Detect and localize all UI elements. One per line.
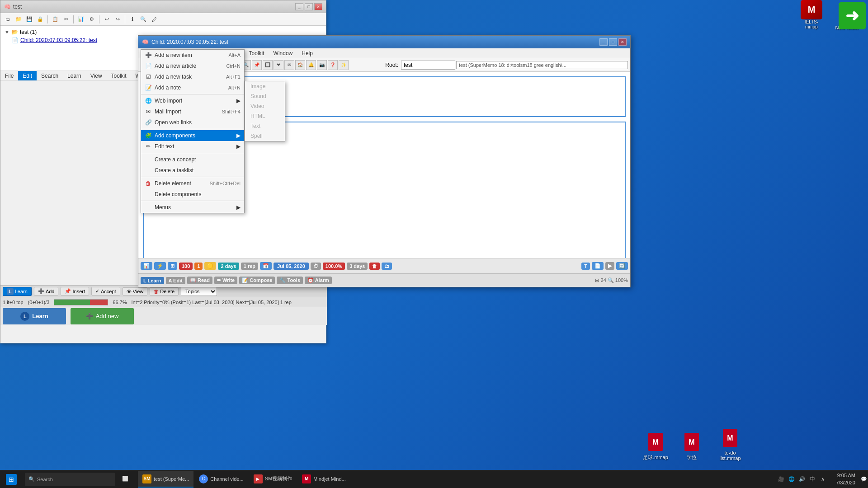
minimize-button[interactable]: _ [295,3,303,10]
toolbar-undo-btn[interactable]: ↩ [102,14,112,24]
chip-timer[interactable]: ⏱ [311,263,321,270]
chip-lightning[interactable]: ⚡ [154,262,166,270]
taskbar-app-chrome[interactable]: C Channel vide... [194,471,248,488]
menu-toolkit[interactable]: Toolkit [107,71,131,80]
toolbar-redo-btn[interactable]: ↪ [113,14,123,24]
menu-search[interactable]: Search [37,71,63,80]
task-view-btn[interactable]: ⬜ [118,471,136,488]
menu-add-components[interactable]: 🧩 Add components ▶ [141,130,244,141]
tab-accept[interactable]: ✓ Accept [91,287,120,296]
status-write-btn[interactable]: ✏ Write [214,277,237,284]
add-new-button[interactable]: ➕ Add new [71,308,134,324]
taskbar-app-supermemo[interactable]: SM test (SuperMe... [138,471,193,488]
tb-mail-btn[interactable]: ✉ [284,60,294,70]
menu-view[interactable]: View [86,71,107,80]
toolbar-open-btn[interactable]: 📁 [14,14,24,24]
tab-delete[interactable]: 🗑 Delete [150,287,179,296]
child-maximize-btn[interactable]: □ [609,38,617,46]
child-minimize-btn[interactable]: _ [599,38,608,46]
desktop-icon-degree[interactable]: M 学位 [674,429,710,463]
tb-pin-btn[interactable]: 📌 [252,60,262,70]
tab-learn[interactable]: L Learn [3,287,32,296]
toolbar-info-btn[interactable]: ℹ [127,14,137,24]
tab-view[interactable]: 👁 View [123,287,148,296]
maximize-button[interactable]: □ [305,3,313,10]
toolbar-save-btn[interactable]: 💾 [24,14,34,24]
menu-add-new-item[interactable]: ➕ Add a new item Alt+A [141,50,244,61]
chip-T[interactable]: T [581,263,590,270]
status-compose-btn[interactable]: 📝 Compose [239,277,275,284]
submenu-html[interactable]: HTML [245,111,285,121]
status-read-btn[interactable]: 📖 Read [187,277,212,284]
submenu-text[interactable]: Text [245,121,285,131]
tab-add[interactable]: ➕ Add [34,287,59,296]
chip-2days[interactable]: 2 days [218,263,239,270]
toolbar-edit-btn[interactable]: 🖊 [149,14,159,24]
tb-layout-btn[interactable]: 🔲 [263,60,273,70]
menu-file[interactable]: File [0,71,18,80]
tab-insert[interactable]: 📌 Insert [61,287,89,296]
menu-web-import[interactable]: 🌐 Web import ▶ [141,95,244,106]
desktop-icon-todo[interactable]: M to-do list.mmap [712,425,748,463]
tray-more[interactable]: ∧ [819,475,827,483]
tray-sound[interactable]: 🔊 [798,475,806,483]
toolbar-search-btn[interactable]: 🔍 [138,14,148,24]
toolbar-cut-btn[interactable]: ✂ [61,14,71,24]
tb-heart-btn[interactable]: ❤ [274,60,283,70]
tb-star-btn[interactable]: ✨ [339,60,349,70]
menu-learn[interactable]: Learn [63,71,86,80]
chip-grid[interactable]: ⊞ [168,262,177,270]
toolbar-folder-btn[interactable]: 🗂 [3,14,13,24]
taskbar-search[interactable]: 🔍 Search [25,473,115,486]
path-input[interactable] [456,61,628,69]
tb-cam-btn[interactable]: 📷 [317,60,327,70]
menu-edit[interactable]: Edit [18,71,37,80]
tray-network[interactable]: 🌐 [788,475,796,483]
chip-graph[interactable]: 📊 [141,262,152,270]
chip-100[interactable]: 100 [179,263,193,270]
status-edit-btn[interactable]: A Edit [166,277,185,284]
tray-bandicam[interactable]: 🎥 [777,475,785,483]
child-menu-help[interactable]: Help [297,48,317,58]
status-alarm-btn[interactable]: ⏰ Alarm [305,277,332,284]
child-menu-window[interactable]: Window [269,48,297,58]
tb-home-btn[interactable]: 🏠 [295,60,305,70]
menu-edit-text[interactable]: ✏ Edit text ▶ [141,141,244,152]
chip-play[interactable]: ▶ [605,262,614,270]
toolbar-lock-btn[interactable]: 🔒 [35,14,45,24]
tray-input-zh[interactable]: 中 [808,475,816,483]
menu-add-note[interactable]: 📝 Add a note Alt+N [141,82,244,93]
menu-menus[interactable]: Menus ▶ [141,202,244,213]
chip-del[interactable]: 🗑 [369,263,380,270]
start-button[interactable]: ⊞ [0,470,23,488]
tb-help-btn[interactable]: ❓ [328,60,338,70]
close-button[interactable]: ✕ [314,3,322,10]
menu-delete-element[interactable]: 🗑 Delete element Shift+Ctrl+Del [141,178,244,189]
child-close-btn[interactable]: ✕ [618,38,627,46]
chip-doc[interactable]: 📄 [592,262,604,270]
chip-1rep[interactable]: 1 rep [241,263,258,270]
submenu-spell[interactable]: Spell [245,131,285,141]
menu-add-new-article[interactable]: 📄 Add a new article Ctrl+N [141,61,244,71]
desktop-icon-football[interactable]: M 足球.mmap [637,429,674,463]
child-menu-toolkit[interactable]: Toolkit [245,48,269,58]
submenu-sound[interactable]: Sound [245,91,285,101]
tb-bell-btn[interactable]: 🔔 [306,60,316,70]
arrow-button[interactable]: ➜ [839,2,866,29]
chip-arch[interactable]: 🗂 [382,263,392,270]
menu-delete-components[interactable]: Delete components [141,189,244,200]
chip-sync[interactable]: 🔄 [616,262,628,270]
submenu-video[interactable]: Video [245,101,285,111]
menu-create-tasklist[interactable]: Create a tasklist [141,165,244,176]
chip-yellow[interactable]: 🟡 [204,262,216,270]
taskbar-app-video[interactable]: ▶ SM视频制作 [249,471,297,488]
toolbar-chart-btn[interactable]: 📊 [76,14,86,24]
chip-1[interactable]: 1 [194,263,203,270]
submenu-image[interactable]: Image [245,81,285,91]
menu-mail-import[interactable]: ✉ Mail import Shift+F4 [141,106,244,117]
toolbar-copy-btn[interactable]: 📋 [50,14,60,24]
taskbar-clock[interactable]: 9:05 AM 7/3/2020 [831,472,860,486]
taskbar-app-mindjet[interactable]: M Mindjet Mind... [297,471,350,488]
topics-dropdown[interactable]: Topics [181,287,217,296]
toolbar-settings-btn[interactable]: ⚙ [87,14,97,24]
